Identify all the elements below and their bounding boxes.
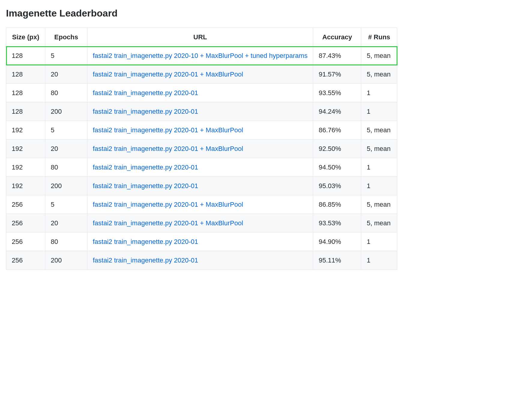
cell-accuracy: 92.50%	[313, 140, 361, 158]
cell-accuracy: 91.57%	[313, 65, 361, 84]
cell-epochs: 5	[45, 46, 87, 65]
cell-url: fastai2 train_imagenette.py 2020-01 + Ma…	[87, 214, 313, 232]
cell-size: 192	[6, 121, 45, 140]
table-row: 128200fastai2 train_imagenette.py 2020-0…	[6, 102, 397, 121]
cell-runs: 5, mean	[361, 195, 397, 214]
cell-size: 128	[6, 65, 45, 84]
header-epochs: Epochs	[45, 28, 87, 46]
cell-url: fastai2 train_imagenette.py 2020-01	[87, 102, 313, 121]
cell-runs: 1	[361, 251, 397, 270]
cell-epochs: 20	[45, 214, 87, 232]
cell-accuracy: 94.50%	[313, 158, 361, 177]
cell-runs: 5, mean	[361, 46, 397, 65]
cell-epochs: 20	[45, 65, 87, 84]
cell-size: 128	[6, 84, 45, 102]
result-link[interactable]: fastai2 train_imagenette.py 2020-10 + Ma…	[93, 52, 307, 59]
cell-epochs: 200	[45, 177, 87, 195]
cell-size: 256	[6, 195, 45, 214]
result-link[interactable]: fastai2 train_imagenette.py 2020-01	[93, 182, 198, 190]
cell-url: fastai2 train_imagenette.py 2020-01	[87, 177, 313, 195]
table-row: 1285fastai2 train_imagenette.py 2020-10 …	[6, 46, 397, 65]
header-url: URL	[87, 28, 313, 46]
result-link[interactable]: fastai2 train_imagenette.py 2020-01 + Ma…	[93, 70, 243, 78]
result-link[interactable]: fastai2 train_imagenette.py 2020-01	[93, 164, 198, 171]
cell-accuracy: 93.53%	[313, 214, 361, 232]
cell-runs: 5, mean	[361, 65, 397, 84]
cell-accuracy: 93.55%	[313, 84, 361, 102]
cell-runs: 1	[361, 177, 397, 195]
table-row: 1925fastai2 train_imagenette.py 2020-01 …	[6, 121, 397, 140]
cell-url: fastai2 train_imagenette.py 2020-01 + Ma…	[87, 140, 313, 158]
result-link[interactable]: fastai2 train_imagenette.py 2020-01	[93, 89, 198, 97]
cell-size: 256	[6, 214, 45, 232]
result-link[interactable]: fastai2 train_imagenette.py 2020-01	[93, 238, 198, 245]
cell-size: 192	[6, 177, 45, 195]
result-link[interactable]: fastai2 train_imagenette.py 2020-01	[93, 108, 198, 115]
cell-accuracy: 87.43%	[313, 46, 361, 65]
cell-accuracy: 95.11%	[313, 251, 361, 270]
table-row: 19220fastai2 train_imagenette.py 2020-01…	[6, 140, 397, 158]
cell-epochs: 80	[45, 232, 87, 251]
cell-size: 256	[6, 232, 45, 251]
cell-accuracy: 94.24%	[313, 102, 361, 121]
cell-runs: 5, mean	[361, 121, 397, 140]
result-link[interactable]: fastai2 train_imagenette.py 2020-01 + Ma…	[93, 126, 243, 134]
cell-size: 192	[6, 140, 45, 158]
cell-epochs: 20	[45, 140, 87, 158]
table-row: 25680fastai2 train_imagenette.py 2020-01…	[6, 232, 397, 251]
cell-url: fastai2 train_imagenette.py 2020-01	[87, 84, 313, 102]
cell-epochs: 200	[45, 102, 87, 121]
cell-runs: 5, mean	[361, 214, 397, 232]
cell-epochs: 200	[45, 251, 87, 270]
header-row: Size (px) Epochs URL Accuracy # Runs	[6, 28, 397, 46]
cell-size: 128	[6, 46, 45, 65]
cell-size: 256	[6, 251, 45, 270]
cell-runs: 1	[361, 102, 397, 121]
cell-size: 192	[6, 158, 45, 177]
cell-runs: 1	[361, 84, 397, 102]
cell-url: fastai2 train_imagenette.py 2020-10 + Ma…	[87, 46, 313, 65]
header-accuracy: Accuracy	[313, 28, 361, 46]
table-row: 192200fastai2 train_imagenette.py 2020-0…	[6, 177, 397, 195]
leaderboard-table: Size (px) Epochs URL Accuracy # Runs 128…	[6, 28, 505, 270]
cell-url: fastai2 train_imagenette.py 2020-01 + Ma…	[87, 121, 313, 140]
cell-accuracy: 86.76%	[313, 121, 361, 140]
header-size: Size (px)	[6, 28, 45, 46]
table-row: 256200fastai2 train_imagenette.py 2020-0…	[6, 251, 397, 270]
table-row: 2565fastai2 train_imagenette.py 2020-01 …	[6, 195, 397, 214]
result-link[interactable]: fastai2 train_imagenette.py 2020-01 + Ma…	[93, 219, 243, 227]
cell-url: fastai2 train_imagenette.py 2020-01	[87, 158, 313, 177]
table-row: 12880fastai2 train_imagenette.py 2020-01…	[6, 84, 397, 102]
cell-url: fastai2 train_imagenette.py 2020-01	[87, 232, 313, 251]
cell-runs: 1	[361, 158, 397, 177]
cell-epochs: 80	[45, 158, 87, 177]
cell-epochs: 5	[45, 195, 87, 214]
table-row: 25620fastai2 train_imagenette.py 2020-01…	[6, 214, 397, 232]
cell-runs: 1	[361, 232, 397, 251]
table-row: 19280fastai2 train_imagenette.py 2020-01…	[6, 158, 397, 177]
cell-epochs: 5	[45, 121, 87, 140]
cell-accuracy: 95.03%	[313, 177, 361, 195]
cell-runs: 5, mean	[361, 140, 397, 158]
cell-url: fastai2 train_imagenette.py 2020-01 + Ma…	[87, 195, 313, 214]
result-link[interactable]: fastai2 train_imagenette.py 2020-01 + Ma…	[93, 201, 243, 208]
table-row: 12820fastai2 train_imagenette.py 2020-01…	[6, 65, 397, 84]
result-link[interactable]: fastai2 train_imagenette.py 2020-01	[93, 256, 198, 264]
cell-accuracy: 86.85%	[313, 195, 361, 214]
cell-epochs: 80	[45, 84, 87, 102]
cell-accuracy: 94.90%	[313, 232, 361, 251]
result-link[interactable]: fastai2 train_imagenette.py 2020-01 + Ma…	[93, 145, 243, 152]
cell-url: fastai2 train_imagenette.py 2020-01 + Ma…	[87, 65, 313, 84]
cell-url: fastai2 train_imagenette.py 2020-01	[87, 251, 313, 270]
page-title: Imagenette Leaderboard	[6, 6, 505, 20]
cell-size: 128	[6, 102, 45, 121]
header-runs: # Runs	[361, 28, 397, 46]
